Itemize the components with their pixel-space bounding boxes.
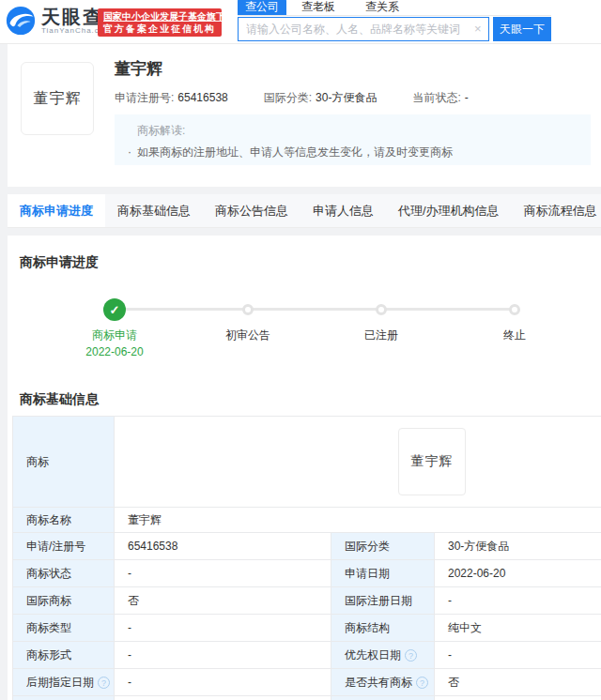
- step-caption-apply: 商标申请 2022-06-20: [58, 327, 171, 360]
- tab-applicant-info[interactable]: 申请人信息: [300, 194, 386, 227]
- tab-application-progress[interactable]: 商标申请进度: [8, 194, 105, 227]
- stepper-line: [115, 308, 515, 311]
- section-gap: [0, 187, 601, 194]
- search-tabs: 查公司 查老板 查关系: [238, 1, 551, 16]
- step-date: 2022-06-20: [58, 343, 171, 360]
- tab-basic-info[interactable]: 商标基础信息: [105, 194, 203, 227]
- table-row: 后期指定日期? - 是否共有商标? 否: [13, 669, 601, 696]
- search-tab-relation[interactable]: 查关系: [358, 0, 407, 15]
- trademark-title: 董宇辉: [115, 58, 162, 80]
- badge-line2: 官方备案企业征信机构: [103, 23, 216, 35]
- row-label: 商标名称: [13, 508, 115, 533]
- row-value: 否: [115, 587, 331, 615]
- table-row: [13, 696, 601, 700]
- step-node-pending: [509, 304, 520, 315]
- table-row: 商标 董宇辉: [13, 417, 601, 508]
- field-international-class: 国际分类:30-方便食品: [264, 90, 378, 106]
- field-current-status: 当前状态:-: [412, 90, 468, 106]
- step-caption-preliminary: 初审公告: [192, 327, 304, 343]
- certification-badge: 国家中小企业发展子基金旗下 官方备案企业征信机构: [98, 8, 222, 37]
- table-row: 商标类型 - 商标结构 纯中文: [13, 615, 601, 642]
- table-row: 商标名称 董宇辉: [13, 508, 601, 533]
- bullet-marker: ·: [128, 145, 131, 159]
- basic-info-table: 商标 董宇辉 商标名称 董宇辉 申请/注册号 65416538 国际分类 30-…: [12, 416, 601, 700]
- note-bullet-item: ·如果商标的注册地址、申请人等信息发生变化，请及时变更商标: [128, 145, 578, 160]
- row-label: 申请日期: [331, 560, 435, 587]
- help-icon[interactable]: ?: [405, 649, 417, 662]
- row-label: 申请/注册号: [13, 533, 115, 560]
- badge-line1: 国家中小企业发展子基金旗下: [103, 10, 216, 23]
- note-title: 商标解读:: [137, 123, 578, 139]
- search-button[interactable]: 天眼一下: [493, 17, 551, 41]
- row-value: -: [115, 642, 331, 669]
- row-label: 商标类型: [13, 615, 115, 642]
- basic-info-heading: 商标基础信息: [20, 391, 99, 408]
- table-row: 商标形式 - 优先权日期? -: [13, 642, 601, 669]
- help-icon[interactable]: ?: [416, 677, 428, 689]
- step-node-pending: [242, 304, 254, 315]
- detail-tabbar: 商标申请进度 商标基础信息 商标公告信息 申请人信息 代理/办理机构信息 商标流…: [8, 194, 601, 228]
- row-value: -: [115, 615, 331, 642]
- row-label: 商标形式: [13, 642, 115, 669]
- row-value: 董宇辉: [115, 508, 601, 533]
- trademark-image: 董宇辉: [21, 62, 94, 135]
- row-label: 优先权日期?: [331, 642, 435, 669]
- site-header: 天眼查 TianYanCha.com 国家中小企业发展子基金旗下 官方备案企业征…: [0, 0, 601, 44]
- row-value: -: [115, 669, 331, 696]
- step-node-done: ✓: [103, 298, 126, 321]
- tianyancha-eye-icon: [6, 6, 36, 39]
- row-value: 65416538: [115, 533, 331, 560]
- row-value: -: [115, 560, 331, 587]
- site-logo[interactable]: 天眼查 TianYanCha.com: [6, 6, 112, 39]
- row-value: 2022-06-20: [435, 560, 601, 587]
- main-content-card: 商标申请进度 ✓ 商标申请 2022-06-20 初审公告 已注册 终止 商标基…: [8, 236, 601, 700]
- search-tab-boss[interactable]: 查老板: [294, 0, 343, 15]
- row-label: 是否共有商标?: [331, 669, 435, 696]
- row-value: 纯中文: [435, 615, 601, 642]
- step-caption-terminated: 终止: [458, 327, 571, 343]
- step-caption-registered: 已注册: [325, 327, 438, 343]
- trademark-note-box: 商标解读: ·如果商标的注册地址、申请人等信息发生变化，请及时变更商标: [115, 114, 591, 165]
- section-gap: [0, 228, 601, 236]
- tab-process-info[interactable]: 商标流程信息: [512, 194, 601, 227]
- row-label: 商标结构: [331, 615, 435, 642]
- row-label: 后期指定日期?: [13, 669, 115, 696]
- row-label: 商标状态: [13, 560, 115, 587]
- table-row: 申请/注册号 65416538 国际分类 30-方便食品: [13, 533, 601, 560]
- row-value: 30-方便食品: [435, 533, 601, 560]
- tab-agency-info[interactable]: 代理/办理机构信息: [386, 194, 512, 227]
- note-text: 如果商标的注册地址、申请人等信息发生变化，请及时变更商标: [137, 145, 453, 159]
- trademark-summary-card: 董宇辉 董宇辉 申请注册号:65416538 国际分类:30-方便食品 当前状态…: [8, 44, 601, 187]
- table-row: 国际商标 否 国际注册日期 -: [13, 587, 601, 615]
- search-input[interactable]: [238, 17, 489, 41]
- row-value: -: [435, 642, 601, 669]
- row-value: -: [435, 587, 601, 615]
- field-registration-number: 申请注册号:65416538: [115, 90, 228, 106]
- search-area: 查公司 查老板 查关系 × 天眼一下: [238, 1, 551, 41]
- check-icon: ✓: [110, 303, 120, 317]
- table-row: 商标状态 - 申请日期 2022-06-20: [13, 560, 601, 587]
- trademark-image-small: 董宇辉: [398, 428, 466, 495]
- clear-icon[interactable]: ×: [474, 23, 482, 36]
- row-label: 国际分类: [331, 533, 435, 560]
- step-node-pending: [376, 304, 387, 315]
- row-value: 否: [435, 669, 601, 696]
- trademark-image-cell: 董宇辉: [115, 417, 601, 508]
- tab-announcement-info[interactable]: 商标公告信息: [203, 194, 300, 227]
- help-icon[interactable]: ?: [98, 677, 110, 689]
- row-label: 商标: [13, 417, 115, 508]
- row-label: 国际商标: [13, 587, 115, 615]
- row-label: 国际注册日期: [331, 587, 435, 615]
- trademark-fields: 申请注册号:65416538 国际分类:30-方便食品 当前状态:-: [115, 90, 504, 106]
- search-tab-company[interactable]: 查公司: [238, 0, 286, 15]
- progress-heading: 商标申请进度: [20, 254, 99, 271]
